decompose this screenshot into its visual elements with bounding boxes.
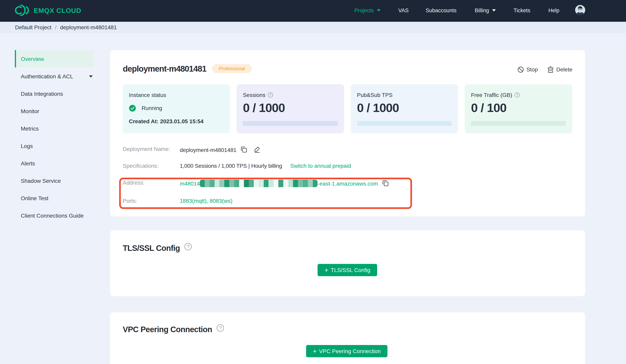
svg-text:?: ? [219, 325, 222, 330]
svg-text:?: ? [187, 244, 190, 249]
svg-text:?: ? [270, 93, 271, 97]
svg-text:?: ? [516, 93, 518, 97]
